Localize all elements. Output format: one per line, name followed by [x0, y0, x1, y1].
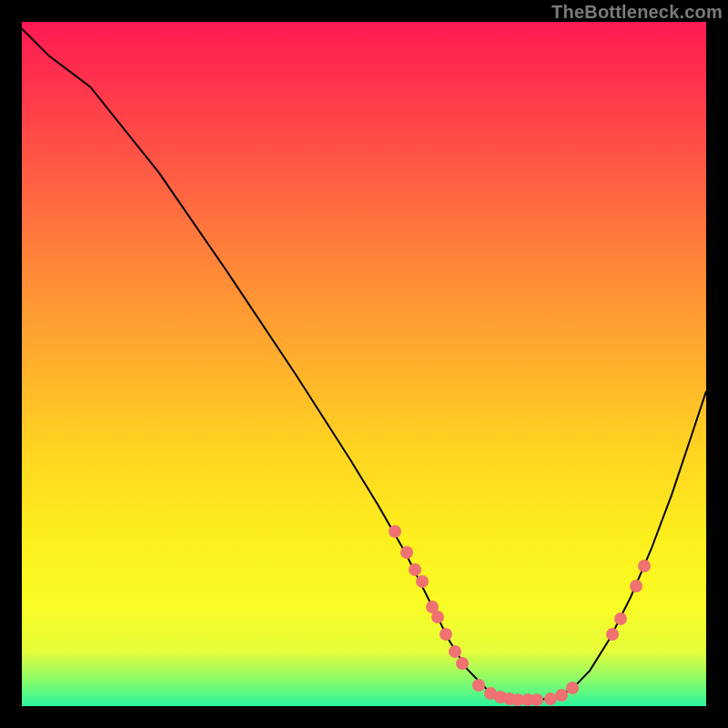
data-point — [630, 580, 642, 592]
data-point — [400, 546, 413, 559]
data-point — [440, 628, 452, 641]
data-point — [431, 611, 444, 623]
data-point — [531, 693, 543, 706]
data-point — [614, 612, 627, 625]
data-point — [416, 575, 429, 588]
data-point — [566, 682, 579, 694]
data-point — [555, 689, 568, 702]
data-point — [638, 560, 651, 572]
data-point — [606, 628, 619, 641]
data-point — [472, 679, 485, 692]
data-point — [389, 525, 401, 538]
data-point — [409, 563, 421, 576]
data-point — [449, 645, 461, 658]
points-layer — [22, 22, 706, 706]
watermark-text: TheBottleneck.com — [551, 2, 723, 23]
chart-area — [22, 22, 706, 706]
data-point — [456, 657, 469, 670]
